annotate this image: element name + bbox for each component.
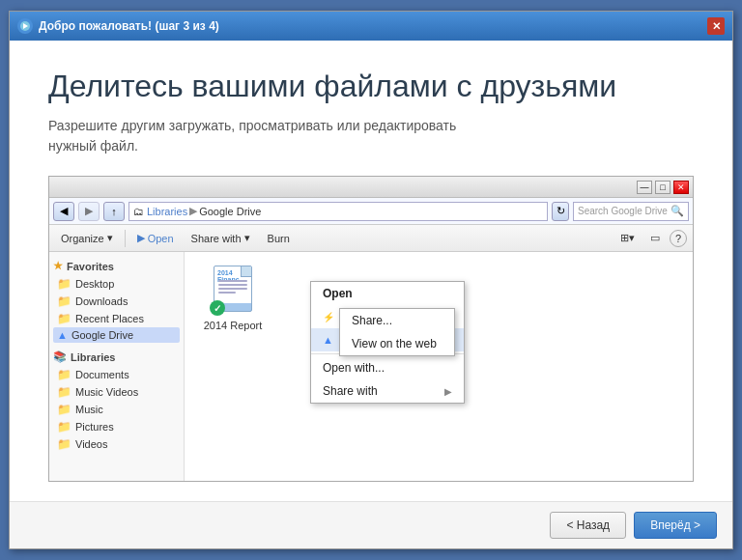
sidebar-item-videos[interactable]: 📁 Videos [53,435,180,453]
folder-icon8: 📁 [57,437,71,451]
breadcrumb-part2: Google Drive [199,206,261,217]
doc-lines [218,280,247,295]
gdrive-open-icon: ▶ [137,232,145,244]
nav-forward[interactable]: ▶ [78,202,100,221]
folder-icon3: 📁 [57,312,71,325]
sidebar-item-music-videos[interactable]: 📁 Music Videos [53,383,180,401]
forward-button[interactable]: Вперёд > [634,512,717,539]
explorer-maximize[interactable]: □ [655,181,671,194]
breadcrumb-icon: 🗂 [133,206,144,217]
sidebar-item-documents[interactable]: 📁 Documents [53,366,180,383]
toolbar-view[interactable]: ⊞▾ [614,230,641,246]
toolbar-sep1 [125,230,126,247]
file-label: 2014 Report [204,320,263,331]
toolbar-organize[interactable]: Organize ▾ [55,230,119,246]
titlebar-text: Добро пожаловать! (шаг 3 из 4) [39,19,219,33]
submenu-item-share[interactable]: Share... [340,309,454,332]
submenu-arrow2: ▶ [444,386,452,397]
libraries-header: 📚 Libraries [53,350,180,363]
titlebar: Добро пожаловать! (шаг 3 из 4) ✕ [10,12,732,41]
toolbar-help[interactable]: ? [670,230,687,247]
menu-item-open[interactable]: Open [311,282,464,305]
explorer-body: ★ Favorites 📁 Desktop 📁 Downloads 📁 [49,252,693,481]
sidebar-item-recent[interactable]: 📁 Recent Places [53,310,180,327]
menu-item-share-with[interactable]: Share with ▶ [311,379,464,403]
search-box[interactable]: Search Google Drive 🔍 [573,202,689,221]
explorer-minimize[interactable]: — [637,181,652,194]
nav-refresh[interactable]: ↻ [552,202,569,221]
breadcrumb-sep1: ▶ [189,205,197,217]
breadcrumb: 🗂 Libraries ▶ Google Drive [133,205,261,217]
file-area: 2014 Financ ✓ 2014 [185,252,693,481]
explorer-toolbar: Organize ▾ ▶ Open Share with ▾ Burn ⊞▾ [49,225,693,252]
sidebar-item-desktop[interactable]: 📁 Desktop [53,275,180,293]
favorites-section: ★ Favorites 📁 Desktop 📁 Downloads 📁 [53,260,180,343]
sidebar-item-downloads[interactable]: 📁 Downloads [53,293,180,310]
star-icon: ★ [53,260,63,272]
toolbar-open[interactable]: ▶ Open [131,230,180,246]
file-icon: 2014 Financ ✓ [210,262,256,316]
submenu: Share... View on the web [339,308,455,356]
content-area: Делитесь вашими файлами с друзьями Разре… [10,41,732,501]
close-button[interactable]: ✕ [707,17,725,35]
folder-icon: 📁 [57,277,71,291]
file-check-icon: ✓ [210,300,225,316]
nav-up[interactable]: ↑ [103,202,125,221]
main-dialog: Добро пожаловать! (шаг 3 из 4) ✕ Делитес… [9,11,733,549]
explorer-sidebar: ★ Favorites 📁 Desktop 📁 Downloads 📁 [49,252,185,481]
toolbar-preview[interactable]: ▭ [644,230,666,246]
gdrive-menu-icon: ▲ [323,334,333,346]
explorer-window: — □ ✕ ◀ ▶ ↑ 🗂 Libraries ▶ Google Drive ↻ [48,176,694,482]
sidebar-item-gdrive[interactable]: ▲ Google Drive [53,327,180,343]
toolbar-share[interactable]: Share with ▾ [186,230,256,246]
sub-title: Разрешите другим загружать, просматриват… [48,116,694,156]
folder-icon7: 📁 [57,420,71,434]
libraries-icon: 📚 [53,350,67,363]
app-icon [17,18,33,34]
folder-icon2: 📁 [57,294,71,308]
nav-back[interactable]: ◀ [53,202,74,221]
toolbar-burn[interactable]: Burn [262,231,296,246]
explorer-titlebar: — □ ✕ [49,177,693,198]
libraries-section: 📚 Libraries 📁 Documents 📁 Music Videos [53,350,180,453]
submenu-item-view-web[interactable]: View on the web [340,332,454,355]
chevron-down-icon: ▾ [107,232,113,244]
favorites-header: ★ Favorites [53,260,180,272]
search-icon: 🔍 [671,205,684,217]
folder-icon4: 📁 [57,368,71,381]
file-item[interactable]: 2014 Financ ✓ 2014 [194,262,271,331]
main-title: Делитесь вашими файлами с друзьями [48,68,694,104]
bluetooth-icon: ⚡ [323,312,334,322]
sidebar-item-pictures[interactable]: 📁 Pictures [53,418,180,435]
address-box[interactable]: 🗂 Libraries ▶ Google Drive [128,202,548,221]
titlebar-left: Добро пожаловать! (шаг 3 из 4) [17,18,219,34]
search-placeholder: Search Google Drive [578,206,668,216]
address-bar: ◀ ▶ ↑ 🗂 Libraries ▶ Google Drive ↻ Searc… [49,198,693,225]
folder-icon6: 📁 [57,403,71,416]
sidebar-item-music[interactable]: 📁 Music [53,401,180,418]
gdrive-icon: ▲ [57,329,68,341]
chevron-down-icon2: ▾ [244,232,250,244]
menu-item-open-with[interactable]: Open with... [311,356,464,379]
breadcrumb-part1: Libraries [147,206,187,217]
toolbar-right: ⊞▾ ▭ ? [614,230,687,247]
dialog-footer: < Назад Вперёд > [10,501,732,548]
folder-icon5: 📁 [57,385,71,399]
explorer-close[interactable]: ✕ [673,181,689,194]
back-button[interactable]: < Назад [550,512,626,539]
